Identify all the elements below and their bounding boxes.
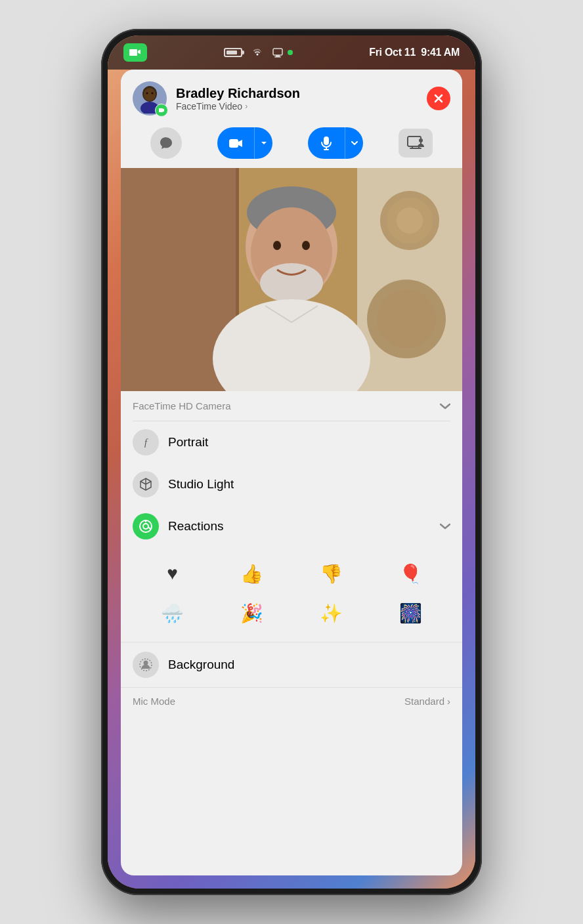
svg-point-32 (143, 524, 148, 529)
control-row (121, 123, 462, 168)
portrait-icon: f (133, 429, 159, 455)
reactions-grid: ♥ 👍 👎 🎈 🌧️ 🎉 ✨ 🎆 (121, 547, 462, 642)
video-area (121, 168, 462, 391)
camera-chevron-icon (440, 403, 450, 410)
svg-rect-1 (276, 55, 280, 56)
reactions-label: Reactions (168, 519, 431, 534)
facetime-badge (155, 104, 168, 117)
reaction-fireworks[interactable]: ✨ (292, 593, 371, 633)
mic-mode-chevron: › (447, 696, 450, 707)
caller-info: Bradley Richardson FaceTime Video › (176, 86, 418, 112)
reaction-party[interactable]: 🎉 (212, 593, 292, 633)
camera-name-label: FaceTime HD Camera (133, 400, 230, 411)
svg-point-6 (152, 93, 154, 94)
status-bar: Fri Oct 11 9:41 AM (108, 35, 475, 70)
reactions-icon (133, 513, 159, 539)
status-bar-left (123, 43, 147, 62)
mic-dropdown-button[interactable] (345, 127, 363, 159)
camera-icon (129, 47, 142, 58)
datetime-display: Fri Oct 11 9:41 AM (369, 47, 460, 58)
device-frame: Fri Oct 11 9:41 AM (101, 29, 482, 895)
message-button[interactable] (150, 127, 182, 159)
airdrop-icon (272, 47, 293, 58)
mic-button[interactable] (308, 127, 345, 159)
mic-control-group (308, 127, 363, 159)
portrait-label: Portrait (168, 435, 450, 450)
status-bar-center (147, 47, 369, 58)
reaction-heart[interactable]: ♥ (133, 554, 212, 593)
svg-text:f: f (144, 438, 148, 448)
device-screen: Fri Oct 11 9:41 AM (108, 35, 475, 889)
reactions-menu-item[interactable]: Reactions (121, 505, 462, 547)
reaction-balloons[interactable]: 🎈 (371, 554, 450, 593)
battery-icon (224, 48, 242, 57)
svg-point-13 (419, 138, 423, 142)
svg-point-28 (302, 241, 310, 250)
reaction-thumbs-up[interactable]: 👍 (212, 554, 292, 593)
mic-mode-value: Standard › (404, 696, 450, 707)
screen-share-button[interactable] (399, 129, 433, 158)
svg-rect-8 (229, 139, 238, 148)
reaction-thumbs-down[interactable]: 👎 (292, 554, 371, 593)
studio-light-icon (133, 471, 159, 497)
video-feed (121, 168, 462, 391)
facetime-status-icon (123, 43, 147, 62)
green-dot (288, 50, 293, 55)
main-panel: Bradley Richardson FaceTime Video › (121, 70, 462, 875)
camera-control-group (217, 127, 272, 159)
camera-section: FaceTime HD Camera f Portrait (121, 391, 462, 715)
avatar-container (133, 81, 167, 116)
camera-dropdown[interactable]: FaceTime HD Camera (121, 391, 462, 421)
studio-light-menu-item[interactable]: Studio Light (121, 463, 462, 505)
svg-point-27 (273, 241, 281, 250)
wifi-icon (251, 47, 263, 58)
svg-point-35 (144, 661, 148, 665)
close-button[interactable] (427, 87, 450, 110)
background-label: Background (168, 658, 450, 672)
reactions-chevron-icon (440, 523, 450, 530)
studio-light-label: Studio Light (168, 477, 450, 492)
reaction-sparkles[interactable]: 🎆 (371, 593, 450, 633)
mic-mode-row[interactable]: Mic Mode Standard › (121, 687, 462, 715)
camera-dropdown-button[interactable] (254, 127, 272, 159)
svg-rect-0 (273, 49, 282, 55)
svg-point-20 (397, 207, 423, 234)
background-icon (133, 652, 159, 678)
svg-rect-9 (324, 136, 329, 145)
caller-name: Bradley Richardson (176, 86, 418, 101)
svg-point-26 (260, 263, 323, 303)
portrait-menu-item[interactable]: f Portrait (121, 421, 462, 463)
svg-point-22 (377, 289, 436, 348)
call-type-chevron: › (245, 102, 248, 111)
background-menu-item[interactable]: Background (121, 642, 462, 687)
svg-point-5 (146, 93, 148, 94)
call-header: Bradley Richardson FaceTime Video › (121, 70, 462, 123)
camera-button[interactable] (217, 127, 254, 159)
call-type: FaceTime Video › (176, 101, 418, 112)
mic-mode-label: Mic Mode (133, 696, 175, 707)
reaction-rain[interactable]: 🌧️ (133, 593, 212, 633)
svg-point-4 (144, 88, 156, 101)
svg-rect-2 (274, 56, 281, 58)
